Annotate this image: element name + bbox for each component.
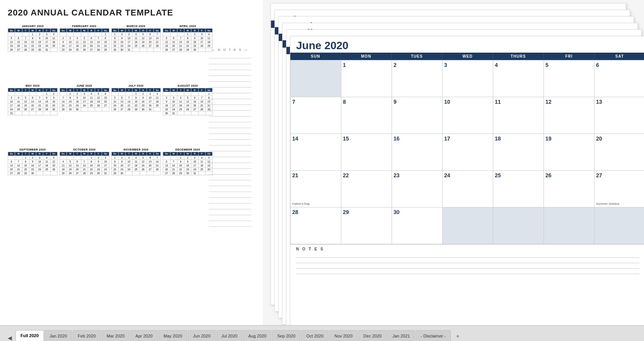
june-day-cell: 7 bbox=[291, 97, 341, 134]
tab-full-2020[interactable]: Full 2020 bbox=[15, 330, 44, 341]
june-day-cell: 17 bbox=[443, 134, 493, 171]
june-day-cell: 29 bbox=[341, 207, 392, 244]
tab-sep-2020[interactable]: Sep 2020 bbox=[272, 330, 300, 341]
annual-title: 2020 ANNUAL CALENDAR TEMPLATE bbox=[8, 8, 257, 18]
june-day-cell: 27Summer Solstice bbox=[595, 171, 644, 207]
notes-lines bbox=[209, 53, 251, 227]
june-day-cell: 1 bbox=[341, 60, 392, 97]
june-header: SUN MON TUES WED THURS FRI SAT bbox=[290, 53, 644, 60]
tab-dec-2020[interactable]: Dec 2020 bbox=[358, 330, 387, 341]
june-day-cell: 5 bbox=[544, 60, 595, 97]
june-day-cell: 4 bbox=[493, 60, 544, 97]
mini-calendars-grid: JANUARY 2020SuMTWRFSa1234567891011121314… bbox=[8, 25, 213, 204]
mini-cal-jun: JUNE 2020SuMTWRFSa1234567891011121314151… bbox=[60, 84, 109, 144]
june-day-cell: 10 bbox=[443, 97, 493, 134]
june-day-cell: 18 bbox=[493, 134, 544, 171]
mini-cal-may: MAY 2020SuMTWRFSa12345678910111213141516… bbox=[8, 84, 58, 144]
june-day-cell: 26 bbox=[544, 171, 595, 207]
june-notes-lines bbox=[296, 252, 639, 274]
june-day-cell: 3 bbox=[443, 60, 493, 97]
june-day-cell: 24 bbox=[443, 171, 493, 207]
june-day-cell: 9 bbox=[392, 97, 443, 134]
june-day-cell bbox=[443, 207, 493, 244]
tab-may-2020[interactable]: May 2020 bbox=[158, 330, 187, 341]
tab-jun-2020[interactable]: Jun 2020 bbox=[188, 330, 215, 341]
tab-apr-2020[interactable]: Apr 2020 bbox=[130, 330, 158, 341]
june-day-cell: 23 bbox=[392, 171, 443, 207]
june-title: June 2020 bbox=[290, 36, 644, 53]
notes-section: — N O T E S — bbox=[209, 48, 251, 227]
june-day-cell bbox=[291, 60, 341, 97]
mini-cal-jul: JULY 2020SuMTWRFSa1234567891011121314151… bbox=[111, 84, 161, 144]
tab-jan-2021[interactable]: Jan 2021 bbox=[387, 330, 415, 341]
left-panel: 2020 ANNUAL CALENDAR TEMPLATE JANUARY 20… bbox=[0, 0, 263, 325]
notes-title: — N O T E S — bbox=[209, 48, 251, 51]
june-day-cell: 28 bbox=[291, 207, 341, 244]
june-day-cell: 22 bbox=[341, 171, 392, 207]
tab-nav-left[interactable]: ◀ bbox=[4, 335, 15, 341]
june-day-cell bbox=[544, 207, 595, 244]
june-day-cell: 15 bbox=[341, 134, 392, 171]
tab-bar: ◀ Full 2020Jan 2020Feb 2020Mar 2020Apr 2… bbox=[0, 325, 644, 341]
main-area: 2020 ANNUAL CALENDAR TEMPLATE JANUARY 20… bbox=[0, 0, 644, 325]
june-day-cell: 13 bbox=[595, 97, 644, 134]
tab-add-button[interactable]: + bbox=[453, 332, 462, 341]
tab-nov-2020[interactable]: Nov 2020 bbox=[329, 330, 358, 341]
mini-cal-apr: APRIL 2020SuMTWRFSa123456789101112131415… bbox=[163, 25, 213, 81]
june-day-cell: 2 bbox=[392, 60, 443, 97]
june-day-cell: 12 bbox=[544, 97, 595, 134]
mini-cal-dec: DECEMBER 2020SuMTWRFSa123456789101112131… bbox=[163, 148, 213, 204]
june-day-cell: 11 bbox=[493, 97, 544, 134]
tab-oct-2020[interactable]: Oct 2020 bbox=[301, 330, 329, 341]
june-day-cell: 6 bbox=[595, 60, 644, 97]
notes-label: N O T E S bbox=[296, 247, 639, 251]
june-day-cell: 21Father's Day bbox=[291, 171, 341, 207]
tab-aug-2020[interactable]: Aug 2020 bbox=[243, 330, 271, 341]
mini-cal-feb: FEBRUARY 2020SuMTWRFSa123456789101112131… bbox=[60, 25, 109, 81]
right-panel: January 2020 SUN MON TUES WED THURS FRI … bbox=[263, 0, 644, 325]
tabs-container: Full 2020Jan 2020Feb 2020Mar 2020Apr 202… bbox=[15, 330, 451, 341]
tab-mar-2020[interactable]: Mar 2020 bbox=[102, 330, 129, 341]
mini-cal-oct: OCTOBER 2020SuMTWRFSa1234567891011121314… bbox=[60, 148, 109, 204]
june-day-cell: 19 bbox=[544, 134, 595, 171]
mini-cal-nov: NOVEMBER 2020SuMTWRFSa123456789101112131… bbox=[111, 148, 161, 204]
mini-cal-jan: JANUARY 2020SuMTWRFSa1234567891011121314… bbox=[8, 25, 58, 81]
june-day-cell: 20 bbox=[595, 134, 644, 171]
june-day-cell: 16 bbox=[392, 134, 443, 171]
june-day-cell bbox=[493, 207, 544, 244]
june-day-cell bbox=[595, 207, 644, 244]
mini-cal-sep: SEPTEMBER 2020SuMTWRFSa12345678910111213… bbox=[8, 148, 58, 204]
mini-cal-mar: MARCH 2020SuMTWRFSa123456789101112131415… bbox=[111, 25, 161, 81]
june-day-cell: 8 bbox=[341, 97, 392, 134]
tab-feb-2020[interactable]: Feb 2020 bbox=[73, 330, 101, 341]
mini-cal-aug: AUGUST 2020SuMTWRFSa12345678910111213141… bbox=[163, 84, 213, 144]
tab-jan-2020[interactable]: Jan 2020 bbox=[44, 330, 72, 341]
june-body: 123456789101112131415161718192021Father'… bbox=[290, 60, 644, 244]
cal-page-june: June 2020 SUN MON TUES WED THURS FRI SAT… bbox=[290, 36, 644, 325]
tab-jul-2020[interactable]: Jul 2020 bbox=[216, 330, 243, 341]
june-day-cell: 30 bbox=[392, 207, 443, 244]
june-day-cell: 14 bbox=[291, 134, 341, 171]
june-day-cell: 25 bbox=[493, 171, 544, 207]
tab---disclaimer--[interactable]: - Disclaimer - bbox=[416, 330, 451, 341]
